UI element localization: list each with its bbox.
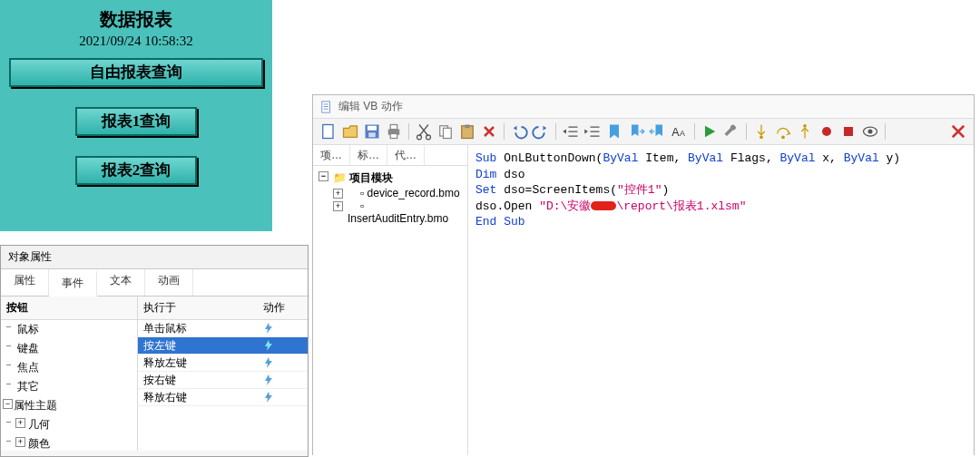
svg-rect-19: [444, 128, 452, 138]
object-properties-panel: 对象属性 属性 事件 文本 动画 按钮 鼠标 键盘 焦点 其它 − 属性主题 +…: [0, 245, 309, 457]
bookmark-icon[interactable]: [604, 122, 624, 141]
svg-marker-1: [265, 340, 272, 351]
new-icon[interactable]: [318, 122, 338, 141]
script-bolt-icon: [263, 340, 274, 351]
svg-rect-8: [324, 108, 328, 109]
tab-animation[interactable]: 动画: [145, 269, 193, 296]
event-list: 执行于 动作 单击鼠标按左键释放左键按右键释放右键: [138, 297, 308, 451]
event-col-action: 动作: [258, 297, 308, 319]
event-row[interactable]: 按左键: [138, 337, 308, 355]
stop-icon[interactable]: [838, 122, 858, 141]
svg-marker-4: [265, 392, 272, 403]
svg-rect-11: [368, 126, 377, 131]
event-category-header: 按钮: [1, 297, 137, 320]
vb-editor-titlebar: 编辑 VB 动作: [313, 95, 974, 119]
step-out-icon[interactable]: [795, 122, 815, 141]
svg-rect-28: [844, 127, 853, 136]
svg-point-30: [868, 130, 873, 134]
document-icon: [320, 101, 333, 113]
undo-icon[interactable]: [509, 122, 529, 141]
copy-icon[interactable]: [436, 122, 456, 141]
event-cat-mouse[interactable]: 鼠标: [1, 320, 137, 339]
svg-rect-15: [390, 134, 397, 139]
theme-root[interactable]: − 属性主题: [1, 396, 137, 415]
bookmark-next-icon[interactable]: [626, 122, 646, 141]
event-cat-other[interactable]: 其它: [1, 377, 137, 396]
save-icon[interactable]: [362, 122, 382, 141]
svg-marker-3: [265, 374, 272, 385]
theme-geometry[interactable]: + 几何: [1, 415, 137, 434]
event-row[interactable]: 按右键: [138, 372, 308, 389]
project-tree-root[interactable]: − 📁 项目模块: [315, 170, 466, 187]
event-cat-keyboard[interactable]: 键盘: [1, 339, 137, 358]
collapse-icon[interactable]: −: [3, 399, 13, 409]
tab-events[interactable]: 事件: [49, 270, 97, 297]
print-icon[interactable]: [384, 122, 404, 141]
svg-point-24: [760, 135, 763, 139]
event-row-label: 释放右键: [138, 390, 258, 405]
event-row-label: 按右键: [138, 373, 258, 388]
svg-rect-21: [466, 125, 470, 129]
properties-tabs: 属性 事件 文本 动画: [1, 269, 308, 297]
redo-icon[interactable]: [531, 122, 551, 141]
expand-icon[interactable]: +: [333, 189, 343, 199]
theme-color[interactable]: + 颜色: [1, 434, 137, 451]
event-col-execute: 执行于: [138, 297, 258, 319]
event-row-action: [258, 392, 308, 403]
tab-attributes[interactable]: 属性: [1, 269, 49, 296]
cut-icon[interactable]: [414, 122, 434, 141]
svg-marker-0: [265, 323, 272, 334]
svg-point-25: [781, 135, 785, 139]
toolbar-separator: [885, 123, 886, 140]
hmi-title: 数据报表: [0, 7, 272, 32]
watch-icon[interactable]: [860, 122, 880, 141]
script-bolt-icon: [263, 392, 274, 403]
step-over-icon[interactable]: [773, 122, 793, 141]
event-row-action: [258, 357, 308, 368]
event-row[interactable]: 单击鼠标: [138, 320, 308, 337]
project-tree-leaf[interactable]: + ▫ InsertAuditEntry.bmo: [315, 199, 466, 225]
close-icon[interactable]: [948, 122, 968, 141]
svg-text:A: A: [680, 129, 685, 138]
report-1-button[interactable]: 报表1查询: [75, 107, 197, 136]
free-report-button[interactable]: 自由报表查询: [9, 58, 263, 87]
vb-editor-title: 编辑 VB 动作: [338, 99, 403, 114]
hmi-timestamp: 2021/09/24 10:58:32: [0, 34, 272, 49]
indent-icon[interactable]: [583, 122, 603, 141]
event-list-header: 执行于 动作: [138, 297, 308, 320]
project-tree: − 📁 项目模块 + ▫ device_record.bmo + ▫ Inser…: [313, 166, 467, 455]
project-tree-leaf[interactable]: + ▫ device_record.bmo: [315, 187, 466, 199]
breakpoint-icon[interactable]: [817, 122, 837, 141]
collapse-icon[interactable]: −: [318, 171, 328, 181]
project-tab-tag[interactable]: 标…: [350, 145, 387, 165]
expand-icon[interactable]: +: [15, 418, 25, 428]
paste-icon[interactable]: [457, 122, 477, 141]
tools-icon[interactable]: [721, 122, 741, 141]
expand-icon[interactable]: +: [333, 201, 343, 211]
event-cat-focus[interactable]: 焦点: [1, 358, 137, 377]
expand-icon[interactable]: +: [15, 437, 25, 447]
bookmark-prev-icon[interactable]: [648, 122, 668, 141]
event-row[interactable]: 释放左键: [138, 355, 308, 372]
project-tab-proj[interactable]: 项…: [313, 145, 350, 165]
module-icon: ▫: [360, 199, 364, 212]
delete-icon[interactable]: [479, 122, 499, 141]
event-row-action: [258, 323, 308, 334]
svg-rect-7: [324, 106, 328, 107]
run-icon[interactable]: [700, 122, 720, 141]
project-tabs: 项… 标… 代…: [313, 145, 467, 166]
svg-rect-12: [368, 132, 376, 137]
tab-text[interactable]: 文本: [97, 269, 145, 296]
open-icon[interactable]: [340, 122, 360, 141]
report-2-button[interactable]: 报表2查询: [75, 156, 197, 185]
project-tab-code[interactable]: 代…: [387, 145, 425, 165]
toolbar-separator: [504, 123, 505, 140]
font-size-icon[interactable]: AA: [670, 122, 690, 141]
step-into-icon[interactable]: [751, 122, 771, 141]
outdent-icon[interactable]: [561, 122, 581, 141]
vb-editor-toolbar: AA: [313, 119, 974, 145]
event-row[interactable]: 释放右键: [138, 389, 308, 406]
code-editor[interactable]: Sub OnLButtonDown(ByVal Item, ByVal Flag…: [468, 145, 974, 455]
svg-rect-14: [390, 125, 397, 130]
theme-header-label: 属性主题: [14, 399, 57, 412]
